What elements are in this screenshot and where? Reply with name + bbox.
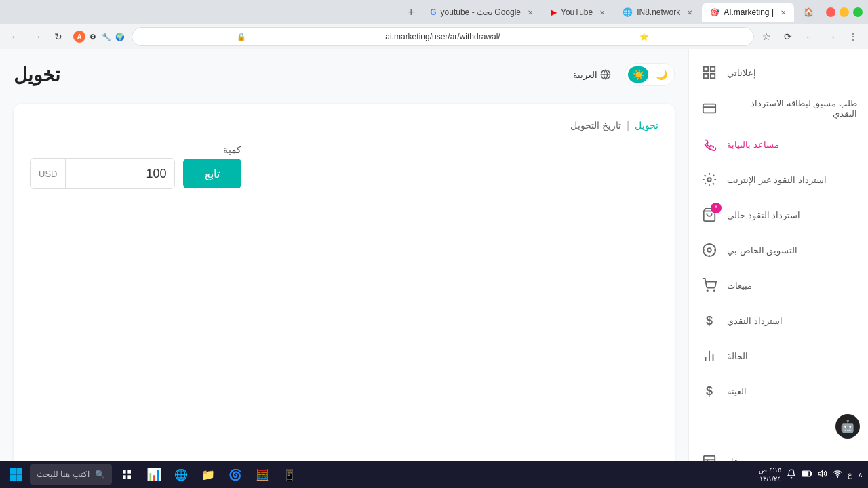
taskbar-tray: ∧ ع ٤:١٥ ص ١٣/١/٢٤ (759, 466, 863, 483)
svg-point-9 (707, 248, 711, 252)
minimize-button[interactable]: − (840, 7, 849, 17)
bookmark-button[interactable]: ☆ (757, 27, 776, 46)
tab-close-ai[interactable]: ✕ (781, 9, 786, 16)
tab-ai-marketing[interactable]: 🎯 AI.marketing | ✕ (702, 3, 794, 22)
browser-favicons: A ⚙ 🔧 🌍 (71, 30, 129, 43)
svg-rect-22 (123, 470, 126, 474)
amount-label: كمية (30, 144, 241, 155)
taskbar-app-edge[interactable]: 🌐 (169, 462, 193, 487)
tab-youtube-google[interactable]: G youtube - بحث Google ✕ (422, 3, 541, 22)
sidebar: إعلاناتي طلب مسبق لبطاقة الاسترداد النقد… (688, 49, 868, 488)
address-bar[interactable]: 🔒 ai.marketing/user/ar/withdrawal/ ⭐ (132, 27, 754, 46)
clock[interactable]: ٤:١٥ ص ١٣/١/٢٤ (759, 466, 781, 483)
taskbar-app-explorer[interactable]: 📁 (196, 462, 220, 487)
nav-forward-button[interactable]: → (822, 27, 841, 46)
svg-rect-2 (711, 74, 715, 78)
tab-youtube[interactable]: ▶ YouTube ✕ (542, 3, 613, 22)
svg-marker-27 (818, 471, 822, 476)
top-header: 🌙 ☀️ العربية تخويل (14, 63, 675, 93)
sidebar-item-online-cashback[interactable]: استرداد النقود عبر الإنترنت (689, 162, 868, 197)
back-button[interactable]: ← (5, 27, 24, 46)
page-title: تخويل (14, 64, 60, 86)
amount-row: تابع USD (30, 158, 241, 189)
profile-favicon[interactable]: A (73, 30, 85, 43)
svg-rect-24 (123, 475, 126, 479)
tab-label: AI.marketing | (724, 7, 774, 17)
taskbar-app-view[interactable] (115, 462, 139, 487)
sun-toggle[interactable]: ☀️ (628, 66, 648, 83)
network-icon[interactable] (833, 469, 842, 480)
sidebar-item-cashback[interactable]: استرداد النقدي $ (689, 303, 868, 338)
sidebar-item-my-marketing[interactable]: التسويق الخاص بي (689, 232, 868, 268)
breadcrumb-separator: | (627, 120, 629, 131)
maximize-button[interactable]: + (853, 7, 863, 17)
new-tab-favicon: 🏠 (804, 7, 814, 17)
svg-rect-29 (803, 472, 808, 476)
sidebar-item-sample[interactable]: العينة $ (689, 373, 868, 409)
cashback-icon: $ (700, 311, 719, 330)
new-tab-button[interactable]: + (401, 3, 420, 22)
sidebar-item-cashback-request[interactable]: طلب مسبق لبطاقة الاسترداد النقدي (689, 90, 868, 127)
reload-button[interactable]: ↻ (49, 27, 68, 46)
sidebar-item-status[interactable]: الحالة (689, 338, 868, 373)
translate-favicon[interactable]: 🌍 (114, 30, 126, 43)
search-icon: 🔍 (95, 470, 105, 479)
sales-icon (700, 276, 719, 295)
menu-button[interactable]: ⋮ (844, 27, 863, 46)
new-tab[interactable]: 🏠 (795, 3, 822, 22)
refresh-cache-button[interactable]: ⟳ (778, 27, 797, 46)
sample-icon: $ (700, 382, 719, 401)
extensions-favicon[interactable]: ⚙ (87, 30, 99, 43)
tools-favicon[interactable]: 🔧 (100, 30, 113, 43)
theme-toggle[interactable]: 🌙 ☀️ (625, 63, 675, 86)
tab-favicon: 🎯 (710, 8, 719, 17)
sidebar-item-live-support[interactable]: مساعد بالنيابة (689, 127, 868, 162)
amount-input[interactable] (66, 159, 174, 188)
close-button[interactable]: ✕ (826, 7, 835, 17)
sidebar-item-ads[interactable]: إعلاناتي (689, 55, 868, 90)
svg-rect-3 (704, 74, 708, 78)
ads-icon (700, 63, 719, 82)
amount-field-group: كمية تابع USD (30, 144, 241, 189)
form-section: كمية تابع USD (30, 144, 658, 189)
svg-rect-23 (127, 470, 131, 474)
breadcrumb-home[interactable]: تحويل (635, 120, 658, 131)
notification-icon[interactable] (787, 469, 796, 480)
tray-chevron[interactable]: ∧ (858, 471, 863, 479)
battery-icon[interactable] (802, 470, 812, 479)
tab-inb-network[interactable]: 🌐 IN8.network ✕ (614, 3, 701, 22)
taskbar-search[interactable]: 🔍 اكتب هنا للبحث (30, 464, 112, 485)
taskbar-app-calc[interactable]: 🧮 (250, 462, 275, 487)
svg-point-26 (837, 476, 837, 477)
svg-rect-4 (703, 104, 715, 113)
bot-avatar: 🤖 (835, 414, 860, 439)
app-container: إعلاناتي طلب مسبق لبطاقة الاسترداد النقد… (0, 49, 868, 488)
lang-selector[interactable]: العربية (573, 69, 611, 80)
tab-label: IN8.network (637, 7, 680, 17)
breadcrumb-current: تاريخ التحويل (570, 120, 621, 131)
taskbar-app-stats[interactable]: 📊 (142, 462, 166, 487)
tab-favicon: 🌐 (623, 7, 633, 17)
browser-toolbar: ← → ↻ A ⚙ 🔧 🌍 🔒 ai.marketing/user/ar/wit… (0, 24, 868, 49)
lang-label: العربية (573, 70, 597, 80)
taskbar-app-phone[interactable]: 📱 (277, 462, 302, 487)
svg-point-15 (713, 290, 715, 291)
moon-toggle[interactable]: 🌙 (651, 66, 671, 83)
local-cashback-icon: * (700, 205, 719, 224)
volume-icon[interactable] (818, 469, 827, 480)
forward-button[interactable]: → (27, 27, 46, 46)
tab-close-yt[interactable]: ✕ (599, 9, 605, 16)
keyboard-icon: ع (848, 470, 852, 479)
start-button[interactable] (5, 464, 27, 485)
taskbar-app-chrome[interactable]: 🌀 (223, 462, 248, 487)
tab-bar: ✕ − + 🏠 🎯 AI.marketing | ✕ 🌐 IN8.network… (0, 0, 868, 24)
currency-label: USD (31, 159, 66, 188)
tab-close-ytg[interactable]: ✕ (528, 9, 533, 16)
search-placeholder: اكتب هنا للبحث (37, 470, 90, 479)
sidebar-item-local-cashback[interactable]: استرداد النقود حالي * (689, 197, 868, 232)
my-marketing-icon (700, 241, 719, 260)
tab-close-inb[interactable]: ✕ (687, 9, 692, 16)
next-button[interactable]: تابع (183, 159, 241, 188)
nav-back-button[interactable]: ← (800, 27, 819, 46)
sidebar-item-sales[interactable]: مبيعات (689, 268, 868, 303)
